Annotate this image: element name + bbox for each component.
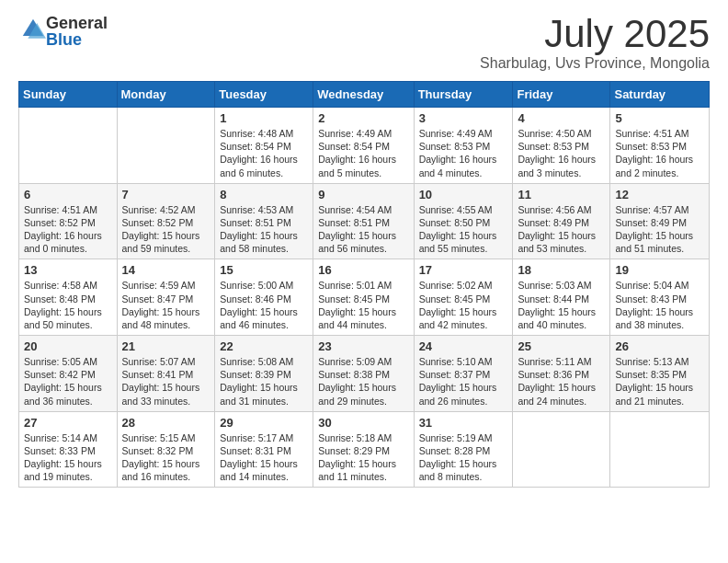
- cell-info: Sunrise: 5:09 AMSunset: 8:38 PMDaylight:…: [318, 355, 408, 408]
- calendar-cell: 10Sunrise: 4:55 AMSunset: 8:50 PMDayligh…: [414, 183, 513, 259]
- col-tuesday: Tuesday: [215, 82, 313, 108]
- col-friday: Friday: [513, 82, 610, 108]
- day-number: 14: [122, 263, 210, 277]
- calendar-cell: [117, 108, 215, 184]
- calendar-week-1: 1Sunrise: 4:48 AMSunset: 8:54 PMDaylight…: [19, 108, 710, 184]
- calendar-table: Sunday Monday Tuesday Wednesday Thursday…: [18, 81, 710, 488]
- calendar-cell: 7Sunrise: 4:52 AMSunset: 8:52 PMDaylight…: [117, 183, 215, 259]
- page: General Blue July 2025 Sharbulag, Uvs Pr…: [0, 0, 728, 563]
- day-number: 10: [419, 188, 508, 201]
- cell-info: Sunrise: 5:01 AMSunset: 8:45 PMDaylight:…: [318, 279, 408, 331]
- calendar-cell: 12Sunrise: 4:57 AMSunset: 8:49 PMDayligh…: [610, 183, 710, 259]
- day-number: 30: [318, 416, 408, 430]
- logo: General Blue: [18, 15, 108, 48]
- calendar-cell: 20Sunrise: 5:05 AMSunset: 8:42 PMDayligh…: [19, 336, 118, 412]
- cell-info: Sunrise: 4:55 AMSunset: 8:50 PMDaylight:…: [419, 203, 508, 256]
- day-number: 6: [24, 188, 112, 201]
- day-number: 15: [220, 263, 308, 277]
- cell-info: Sunrise: 5:14 AMSunset: 8:33 PMDaylight:…: [24, 431, 112, 484]
- calendar-cell: 8Sunrise: 4:53 AMSunset: 8:51 PMDaylight…: [215, 183, 313, 259]
- cell-info: Sunrise: 5:08 AMSunset: 8:39 PMDaylight:…: [220, 355, 308, 408]
- day-number: 22: [220, 339, 308, 353]
- calendar-cell: 6Sunrise: 4:51 AMSunset: 8:52 PMDaylight…: [19, 183, 118, 259]
- day-number: 7: [122, 188, 210, 201]
- calendar-cell: 13Sunrise: 4:58 AMSunset: 8:48 PMDayligh…: [19, 259, 118, 336]
- calendar-cell: 31Sunrise: 5:19 AMSunset: 8:28 PMDayligh…: [414, 411, 513, 488]
- calendar-week-4: 20Sunrise: 5:05 AMSunset: 8:42 PMDayligh…: [19, 336, 710, 412]
- title-section: July 2025 Sharbulag, Uvs Province, Mongo…: [480, 15, 710, 72]
- calendar-cell: 23Sunrise: 5:09 AMSunset: 8:38 PMDayligh…: [313, 336, 414, 412]
- calendar-cell: 17Sunrise: 5:02 AMSunset: 8:45 PMDayligh…: [414, 259, 513, 336]
- logo-general-text: General: [46, 15, 108, 31]
- calendar-cell: 21Sunrise: 5:07 AMSunset: 8:41 PMDayligh…: [117, 336, 215, 412]
- day-number: 4: [518, 111, 605, 125]
- calendar-header: Sunday Monday Tuesday Wednesday Thursday…: [19, 82, 710, 108]
- cell-info: Sunrise: 4:57 AMSunset: 8:49 PMDaylight:…: [615, 203, 704, 256]
- month-title: July 2025: [480, 15, 710, 53]
- cell-info: Sunrise: 4:51 AMSunset: 8:52 PMDaylight:…: [24, 203, 112, 256]
- col-sunday: Sunday: [19, 82, 118, 108]
- day-number: 19: [615, 263, 704, 277]
- day-number: 8: [220, 188, 308, 201]
- cell-info: Sunrise: 5:07 AMSunset: 8:41 PMDaylight:…: [122, 355, 210, 408]
- cell-info: Sunrise: 5:15 AMSunset: 8:32 PMDaylight:…: [122, 431, 210, 484]
- cell-info: Sunrise: 5:17 AMSunset: 8:31 PMDaylight:…: [220, 431, 308, 484]
- day-number: 11: [518, 188, 605, 201]
- calendar-cell: 19Sunrise: 5:04 AMSunset: 8:43 PMDayligh…: [610, 259, 710, 336]
- day-number: 28: [122, 416, 210, 430]
- cell-info: Sunrise: 5:05 AMSunset: 8:42 PMDaylight:…: [24, 355, 112, 408]
- day-number: 24: [419, 339, 508, 353]
- day-number: 31: [419, 416, 508, 430]
- location-title: Sharbulag, Uvs Province, Mongolia: [480, 55, 710, 72]
- day-number: 2: [318, 111, 408, 125]
- header: General Blue July 2025 Sharbulag, Uvs Pr…: [18, 15, 710, 72]
- cell-info: Sunrise: 5:02 AMSunset: 8:45 PMDaylight:…: [419, 279, 508, 331]
- cell-info: Sunrise: 5:11 AMSunset: 8:36 PMDaylight:…: [518, 355, 605, 408]
- logo-blue-text: Blue: [46, 31, 108, 48]
- day-number: 23: [318, 339, 408, 353]
- cell-info: Sunrise: 5:00 AMSunset: 8:46 PMDaylight:…: [220, 279, 308, 331]
- calendar-week-5: 27Sunrise: 5:14 AMSunset: 8:33 PMDayligh…: [19, 411, 710, 488]
- calendar-cell: [19, 108, 118, 184]
- day-number: 29: [220, 416, 308, 430]
- calendar-cell: 9Sunrise: 4:54 AMSunset: 8:51 PMDaylight…: [313, 183, 414, 259]
- cell-info: Sunrise: 5:10 AMSunset: 8:37 PMDaylight:…: [419, 355, 508, 408]
- cell-info: Sunrise: 4:48 AMSunset: 8:54 PMDaylight:…: [220, 127, 308, 179]
- cell-info: Sunrise: 4:52 AMSunset: 8:52 PMDaylight:…: [122, 203, 210, 256]
- day-number: 20: [24, 339, 112, 353]
- cell-info: Sunrise: 4:53 AMSunset: 8:51 PMDaylight:…: [220, 203, 308, 256]
- calendar-cell: 25Sunrise: 5:11 AMSunset: 8:36 PMDayligh…: [513, 336, 610, 412]
- calendar-cell: 16Sunrise: 5:01 AMSunset: 8:45 PMDayligh…: [313, 259, 414, 336]
- cell-info: Sunrise: 4:49 AMSunset: 8:53 PMDaylight:…: [419, 127, 508, 179]
- header-row: Sunday Monday Tuesday Wednesday Thursday…: [19, 82, 710, 108]
- cell-info: Sunrise: 5:19 AMSunset: 8:28 PMDaylight:…: [419, 431, 508, 484]
- day-number: 21: [122, 339, 210, 353]
- cell-info: Sunrise: 4:54 AMSunset: 8:51 PMDaylight:…: [318, 203, 408, 256]
- cell-info: Sunrise: 5:13 AMSunset: 8:35 PMDaylight:…: [615, 355, 704, 408]
- calendar-cell: 18Sunrise: 5:03 AMSunset: 8:44 PMDayligh…: [513, 259, 610, 336]
- calendar-cell: 27Sunrise: 5:14 AMSunset: 8:33 PMDayligh…: [19, 411, 118, 488]
- day-number: 17: [419, 263, 508, 277]
- day-number: 3: [419, 111, 508, 125]
- calendar-cell: 28Sunrise: 5:15 AMSunset: 8:32 PMDayligh…: [117, 411, 215, 488]
- calendar-cell: 1Sunrise: 4:48 AMSunset: 8:54 PMDaylight…: [215, 108, 313, 184]
- calendar-cell: 24Sunrise: 5:10 AMSunset: 8:37 PMDayligh…: [414, 336, 513, 412]
- cell-info: Sunrise: 4:51 AMSunset: 8:53 PMDaylight:…: [615, 127, 704, 179]
- cell-info: Sunrise: 4:50 AMSunset: 8:53 PMDaylight:…: [518, 127, 605, 179]
- calendar-cell: 22Sunrise: 5:08 AMSunset: 8:39 PMDayligh…: [215, 336, 313, 412]
- day-number: 1: [220, 111, 308, 125]
- calendar-body: 1Sunrise: 4:48 AMSunset: 8:54 PMDaylight…: [19, 108, 710, 488]
- calendar-week-2: 6Sunrise: 4:51 AMSunset: 8:52 PMDaylight…: [19, 183, 710, 259]
- calendar-cell: 3Sunrise: 4:49 AMSunset: 8:53 PMDaylight…: [414, 108, 513, 184]
- cell-info: Sunrise: 4:49 AMSunset: 8:54 PMDaylight:…: [318, 127, 408, 179]
- col-monday: Monday: [117, 82, 215, 108]
- calendar-cell: 5Sunrise: 4:51 AMSunset: 8:53 PMDaylight…: [610, 108, 710, 184]
- calendar-cell: 15Sunrise: 5:00 AMSunset: 8:46 PMDayligh…: [215, 259, 313, 336]
- cell-info: Sunrise: 5:03 AMSunset: 8:44 PMDaylight:…: [518, 279, 605, 331]
- calendar-cell: 4Sunrise: 4:50 AMSunset: 8:53 PMDaylight…: [513, 108, 610, 184]
- day-number: 12: [615, 188, 704, 201]
- day-number: 26: [615, 339, 704, 353]
- calendar-cell: 11Sunrise: 4:56 AMSunset: 8:49 PMDayligh…: [513, 183, 610, 259]
- cell-info: Sunrise: 4:58 AMSunset: 8:48 PMDaylight:…: [24, 279, 112, 331]
- col-saturday: Saturday: [610, 82, 710, 108]
